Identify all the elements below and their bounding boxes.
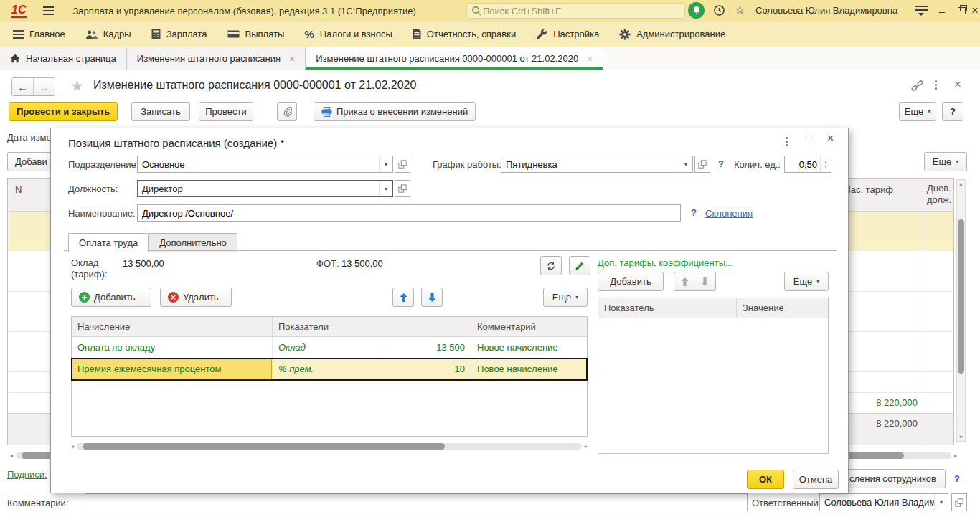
scrollbar-thumb[interactable]: [83, 443, 445, 450]
scroll-right-icon[interactable]: ▸: [585, 443, 588, 450]
document-more-button[interactable]: Еще▾: [899, 102, 936, 121]
position-combo[interactable]: Директор ▾: [137, 180, 393, 197]
tab-additional[interactable]: Дополнительно: [149, 233, 237, 252]
name-input[interactable]: [137, 204, 681, 222]
search-input[interactable]: [481, 5, 680, 17]
signatures-link[interactable]: Подписи:: [7, 469, 47, 480]
comment-input[interactable]: [85, 493, 748, 511]
extra-add-button[interactable]: Добавить: [598, 272, 664, 291]
open-form-icon: [955, 498, 963, 507]
background-more-button[interactable]: Еще▾: [924, 152, 967, 171]
user-name[interactable]: Соловьева Юлия Владимировна: [755, 5, 897, 16]
scroll-right-icon[interactable]: ▸: [954, 452, 957, 459]
refresh-button[interactable]: [540, 256, 562, 275]
wrench-icon: [536, 29, 547, 40]
menu-item-settings[interactable]: Настройка: [536, 29, 599, 40]
ok-button[interactable]: ОК: [747, 470, 784, 489]
back-button[interactable]: ←: [12, 78, 34, 95]
add-favorite-star-icon[interactable]: ★: [70, 77, 84, 95]
tab-payroll[interactable]: Оплата труда: [68, 233, 149, 252]
minimize-button[interactable]: –: [933, 0, 951, 22]
service-menu-icon[interactable]: [915, 6, 928, 16]
header-accrual: Начисление: [72, 317, 273, 336]
accrual-add-button[interactable]: + Добавить: [71, 288, 151, 307]
chevron-down-icon[interactable]: ▾: [679, 156, 692, 172]
scroll-up-icon[interactable]: ▲: [958, 181, 963, 186]
link-icon[interactable]: [911, 80, 923, 92]
move-down-button[interactable]: [421, 288, 443, 307]
accruals-table[interactable]: Начисление Показатели Комментарий Оплата…: [71, 316, 588, 437]
position-open-button[interactable]: [395, 180, 410, 197]
notifications-button[interactable]: [688, 2, 705, 19]
responsible-combo[interactable]: Соловьева Юлия Владим ▾: [819, 493, 948, 511]
history-icon[interactable]: [713, 4, 725, 16]
more-kebab-icon[interactable]: [935, 79, 937, 91]
close-tab-icon[interactable]: ×: [289, 53, 295, 65]
hamburger-menu-icon[interactable]: [43, 6, 54, 15]
tab-changes-list[interactable]: Изменения штатного расписания ×: [127, 47, 306, 70]
print-order-button[interactable]: Приказ о внесении изменений: [314, 102, 476, 121]
forward-button[interactable]: →: [34, 78, 55, 95]
schedule-help-button[interactable]: ?: [718, 158, 724, 169]
department-combo[interactable]: Основное ▾: [137, 156, 393, 173]
extra-tariffs-title[interactable]: Доп. тарифы, коэффициенты...: [598, 257, 733, 268]
menu-item-salary[interactable]: Зарплата: [151, 29, 207, 39]
table-row[interactable]: Оплата по окладу Оклад 13 500 Новое начи…: [72, 337, 587, 359]
close-document-icon[interactable]: ×: [954, 77, 961, 92]
attachments-button[interactable]: [277, 102, 297, 121]
menu-item-payments[interactable]: Выплаты: [227, 29, 285, 39]
declension-link[interactable]: Склонения: [705, 208, 753, 219]
chevron-down-icon: ▾: [956, 158, 958, 165]
dialog-maximize-icon[interactable]: □: [806, 133, 811, 143]
accruals-table-scrollbar[interactable]: ◂ ▸: [71, 442, 588, 451]
dialog-close-icon[interactable]: ×: [827, 132, 834, 145]
scroll-left-icon[interactable]: ◂: [10, 452, 13, 459]
tab-home[interactable]: Начальная страница: [0, 47, 127, 70]
menu-item-main[interactable]: Главное: [13, 29, 65, 39]
tab-change-document[interactable]: Изменение штатного расписания 0000-00000…: [306, 47, 603, 70]
move-up-button[interactable]: [392, 288, 414, 307]
global-search[interactable]: [466, 3, 685, 19]
arrow-down-icon: [700, 277, 710, 287]
menu-item-taxes[interactable]: % Налоги и взносы: [304, 28, 392, 40]
schedule-label: График работы:: [433, 159, 501, 170]
favorites-icon[interactable]: ☆: [735, 3, 745, 16]
edit-button[interactable]: [569, 256, 590, 275]
menu-item-staff[interactable]: Кадры: [85, 29, 131, 39]
post-and-close-button[interactable]: Провести и закрыть: [9, 102, 118, 121]
quantity-stepper[interactable]: ▴▾: [784, 156, 831, 173]
extra-move-down-button[interactable]: [694, 272, 716, 291]
extra-move-up-button[interactable]: [674, 272, 695, 291]
schedule-combo[interactable]: Пятидневка ▾: [501, 156, 693, 173]
accruals-help-button[interactable]: ?: [954, 473, 960, 484]
close-tab-icon[interactable]: ×: [587, 53, 593, 65]
save-button[interactable]: Записать: [131, 102, 190, 121]
responsible-open-button[interactable]: [951, 493, 967, 511]
post-button[interactable]: Провести: [199, 102, 253, 121]
menu-lines-icon: [13, 30, 24, 39]
quantity-input[interactable]: [785, 156, 820, 172]
schedule-open-button[interactable]: [694, 156, 710, 173]
spinner-arrows[interactable]: ▴▾: [820, 156, 831, 172]
document-title: Изменение штатного расписания 0000-00000…: [93, 79, 416, 92]
dialog-kebab-icon[interactable]: [786, 136, 788, 148]
close-window-button[interactable]: ×: [966, 0, 980, 22]
scrollbar-thumb[interactable]: [958, 219, 964, 374]
accrual-delete-button[interactable]: × Удалить: [160, 288, 232, 307]
chevron-down-icon[interactable]: ▾: [379, 156, 392, 172]
table-row-selected[interactable]: Премия ежемесячная процентом % прем. 10 …: [72, 359, 587, 380]
extra-more-button[interactable]: Еще▾: [784, 272, 829, 291]
name-help-button[interactable]: ?: [691, 207, 697, 218]
grid-vertical-scrollbar[interactable]: ▲ ▼: [956, 179, 966, 442]
cancel-button[interactable]: Отмена: [793, 470, 839, 489]
menu-item-administration[interactable]: Администрирование: [619, 29, 725, 40]
scroll-left-icon[interactable]: ◂: [71, 443, 74, 450]
department-open-button[interactable]: [395, 156, 410, 173]
scroll-down-icon[interactable]: ▼: [958, 435, 963, 440]
chevron-down-icon[interactable]: ▾: [934, 494, 948, 511]
chevron-down-icon[interactable]: ▾: [379, 181, 392, 196]
accruals-more-button[interactable]: Еще▾: [543, 288, 588, 307]
document-help-button[interactable]: ?: [942, 102, 963, 121]
menu-item-reports[interactable]: Отчетность, справки: [413, 29, 516, 39]
extra-tariffs-table[interactable]: Показатель Значение: [598, 298, 829, 454]
